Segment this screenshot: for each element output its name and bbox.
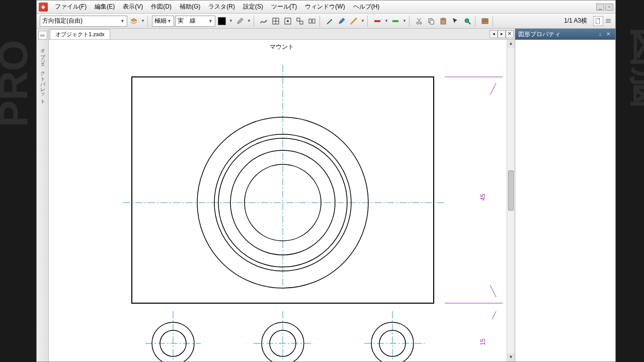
dimension-45: 45 <box>479 194 487 201</box>
properties-panel: 図形プロパティ ⟂ ✕ <box>515 29 615 361</box>
scroll-thumb[interactable] <box>508 170 514 211</box>
svg-rect-6 <box>312 19 315 23</box>
pen-dropdown[interactable]: ▼ <box>247 16 252 27</box>
menu-settings[interactable]: 設定(S) <box>240 1 266 13</box>
vertical-scrollbar[interactable]: ▲ ▼ <box>507 40 515 361</box>
cut-button[interactable] <box>414 16 425 27</box>
drawing-title-fragment: マウント <box>270 43 294 50</box>
menu-window[interactable]: ウィンドウ(W) <box>302 1 348 13</box>
dimension-15: 15 <box>479 338 487 345</box>
menu-view[interactable]: 表示(V) <box>120 1 146 13</box>
app-icon: ◆ <box>39 3 48 12</box>
tool-measure[interactable] <box>348 16 359 27</box>
svg-rect-14 <box>442 18 444 20</box>
tool-pencil[interactable] <box>336 16 347 27</box>
menu-help[interactable]: ヘルプ(H) <box>350 1 383 13</box>
svg-rect-12 <box>430 20 434 24</box>
layer-button[interactable] <box>128 16 139 27</box>
menu-aux[interactable]: 補助(G) <box>177 1 203 13</box>
scroll-up-button[interactable]: ▲ <box>507 40 515 48</box>
menu-file[interactable]: ファイル(F) <box>52 1 90 13</box>
svg-point-9 <box>417 22 419 24</box>
tool-snap-grid[interactable] <box>282 16 293 27</box>
panel-close-button[interactable]: ✕ <box>606 31 612 37</box>
color-button[interactable] <box>216 16 227 27</box>
work-area: ▭ オブジェクトパレット オブジェクト1.zsdx ◂ ▸ ✕ マウント <box>37 29 615 361</box>
table-button[interactable] <box>479 16 491 27</box>
restore-button[interactable]: ▫ <box>605 4 613 11</box>
scroll-down-button[interactable]: ▼ <box>507 353 515 361</box>
left-palette-bar: ▭ オブジェクトパレット <box>37 29 49 361</box>
copy-button[interactable] <box>426 16 437 27</box>
drawing-canvas[interactable]: マウント <box>49 40 515 361</box>
palette-label: オブジェクトパレット <box>39 43 46 103</box>
direction-combo-label: 方向指定(自由) <box>42 17 83 25</box>
tab-next-button[interactable]: ▸ <box>498 30 506 38</box>
zoom-button[interactable] <box>462 16 473 27</box>
paste-button[interactable] <box>438 16 449 27</box>
tab-prev-button[interactable]: ◂ <box>490 30 498 38</box>
document-tab-strip: オブジェクト1.zsdx ◂ ▸ ✕ <box>49 29 515 40</box>
svg-rect-5 <box>309 19 311 23</box>
layer-dropdown[interactable]: ▼ <box>140 16 145 27</box>
panel-pin-button[interactable]: ⟂ <box>599 31 605 37</box>
page-button[interactable] <box>593 16 603 26</box>
svg-rect-8 <box>392 20 398 22</box>
svg-line-41 <box>490 83 496 95</box>
tool-freehand[interactable] <box>258 16 269 27</box>
menu-bar: ◆ ファイル(F) 編集(E) 表示(V) 作図(D) 補助(G) ラスタ(R)… <box>37 1 615 14</box>
svg-line-43 <box>492 311 496 319</box>
direction-combo[interactable]: 方向指定(自由) ▼ <box>40 16 127 27</box>
tool-dim-red-dropdown[interactable]: ▼ <box>384 16 389 27</box>
svg-rect-4 <box>300 21 303 24</box>
svg-rect-7 <box>374 20 380 22</box>
svg-point-2 <box>287 20 289 22</box>
tool-measure-dropdown[interactable]: ▼ <box>360 16 365 27</box>
tab-close-button[interactable]: ✕ <box>506 30 514 38</box>
menu-tool[interactable]: ツール(T) <box>268 1 300 13</box>
tool-dim-green-dropdown[interactable]: ▼ <box>402 16 407 27</box>
dropdown-arrow-icon: ▼ <box>120 19 125 24</box>
tool-mirror[interactable] <box>306 16 317 27</box>
color-dropdown[interactable]: ▼ <box>228 16 233 27</box>
lineweight-combo[interactable]: 極細 ▼ <box>152 16 174 27</box>
lineweight-label: 極細 <box>154 17 167 25</box>
svg-line-42 <box>490 285 496 297</box>
document-frame: オブジェクト1.zsdx ◂ ▸ ✕ マウント <box>49 29 515 361</box>
menu-draw[interactable]: 作図(D) <box>148 1 175 13</box>
menu-raster[interactable]: ラスタ(R) <box>205 1 238 13</box>
tool-brush[interactable] <box>324 16 335 27</box>
page-status: 1/1 A3横 <box>559 17 592 25</box>
properties-panel-body <box>515 40 615 361</box>
properties-panel-header: 図形プロパティ ⟂ ✕ <box>515 29 615 40</box>
palette-toggle[interactable]: ▭ <box>38 31 47 40</box>
minimize-button[interactable]: _ <box>596 4 604 11</box>
pen-button[interactable] <box>234 16 246 27</box>
svg-rect-3 <box>297 18 300 21</box>
dropdown-arrow-icon: ▼ <box>167 19 172 24</box>
tool-dim-green[interactable] <box>390 16 401 27</box>
menu-edit[interactable]: 編集(E) <box>92 1 118 13</box>
toolbar: 方向指定(自由) ▼ ▼ 極細 ▼ 実 線 ▼ ▼ ▼ ▼ ▼ ▼ <box>37 14 615 29</box>
color-swatch <box>218 17 226 25</box>
tool-snap-center[interactable] <box>270 16 281 27</box>
select-button[interactable] <box>450 16 461 27</box>
document-tab[interactable]: オブジェクト1.zsdx <box>50 29 110 39</box>
properties-panel-title: 図形プロパティ <box>518 30 560 39</box>
svg-point-15 <box>465 19 469 23</box>
tool-copy-array[interactable] <box>294 16 305 27</box>
tool-dim-red[interactable] <box>372 16 383 27</box>
linestyle-label: 実 線 <box>178 17 196 25</box>
app-window: ◆ ファイル(F) 編集(E) 表示(V) 作図(D) 補助(G) ラスタ(R)… <box>36 0 616 362</box>
svg-point-10 <box>420 22 422 24</box>
linestyle-combo[interactable]: 実 線 ▼ <box>175 16 215 27</box>
toolbar-overflow[interactable] <box>604 16 612 26</box>
dropdown-arrow-icon: ▼ <box>208 19 213 24</box>
svg-rect-16 <box>482 19 488 24</box>
